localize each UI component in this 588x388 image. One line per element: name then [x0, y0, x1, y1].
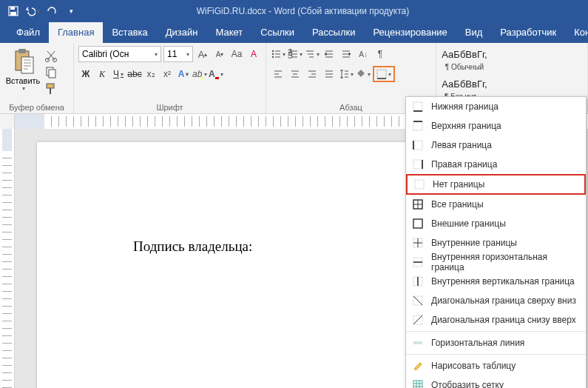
- menu-item-b-inh[interactable]: Внутренняя горизонтальная граница: [406, 252, 586, 272]
- align-center-icon[interactable]: [288, 67, 303, 81]
- tab-insert[interactable]: Вставка: [103, 22, 156, 43]
- menu-item-label: Все границы: [431, 199, 484, 210]
- menu-item-b-bottom[interactable]: Нижняя граница: [406, 97, 586, 116]
- line-spacing-icon[interactable]: ▾: [339, 67, 354, 81]
- svg-rect-32: [413, 341, 422, 344]
- menu-item-label: Внешние границы: [431, 218, 506, 229]
- highlight-icon[interactable]: ab▾: [192, 67, 207, 81]
- menu-item-hr[interactable]: Горизонтальная линия: [406, 333, 586, 352]
- svg-rect-19: [413, 121, 422, 130]
- menu-item-b-top[interactable]: Верхняя граница: [406, 116, 586, 136]
- menu-item-b-none[interactable]: Нет границы: [406, 174, 586, 195]
- menu-item-label: Нижняя граница: [431, 101, 499, 112]
- paste-button[interactable]: Вставить ▾: [4, 45, 41, 96]
- superscript-button[interactable]: x²: [160, 67, 175, 81]
- font-group: Calibri (Осн▾ 11▾ A▴ A▾ Aa A Ж К Ч▾ abc …: [74, 43, 266, 113]
- subscript-button[interactable]: x₂: [143, 67, 158, 81]
- tab-more[interactable]: Кон: [565, 22, 588, 43]
- sort-icon[interactable]: A↓: [356, 47, 371, 61]
- shrink-font-icon[interactable]: A▾: [212, 47, 227, 61]
- tab-view[interactable]: Вид: [456, 22, 492, 43]
- borders-button[interactable]: ▾: [373, 66, 395, 82]
- strike-button[interactable]: abc: [127, 67, 142, 81]
- tab-mailings[interactable]: Рассылки: [303, 22, 364, 43]
- tab-file[interactable]: Файл: [7, 22, 49, 43]
- tab-developer[interactable]: Разработчик: [491, 22, 565, 43]
- svg-rect-9: [49, 70, 55, 78]
- menu-item-b-out[interactable]: Внешние границы: [406, 214, 586, 233]
- svg-point-11: [272, 50, 274, 52]
- undo-icon[interactable]: ▾: [24, 2, 41, 20]
- menu-item-label: Нарисовать таблицу: [431, 361, 516, 371]
- tab-references[interactable]: Ссылки: [251, 22, 303, 43]
- text-effects-icon[interactable]: A▾: [176, 67, 191, 81]
- italic-button[interactable]: К: [95, 67, 109, 81]
- tab-layout[interactable]: Макет: [206, 22, 251, 43]
- svg-rect-10: [47, 84, 54, 88]
- align-right-icon[interactable]: [305, 67, 320, 81]
- ribbon-tabs: Файл Главная Вставка Дизайн Макет Ссылки…: [0, 22, 588, 43]
- vertical-ruler[interactable]: [0, 129, 15, 388]
- tab-design[interactable]: Дизайн: [157, 22, 207, 43]
- menu-item-b-inv[interactable]: Внутренняя вертикальная граница: [406, 272, 586, 291]
- menu-item-b-all[interactable]: Все границы: [406, 195, 586, 214]
- multilevel-icon[interactable]: ▾: [305, 47, 320, 61]
- qat-customize-icon[interactable]: ▾: [62, 2, 80, 20]
- svg-point-13: [272, 56, 274, 58]
- menu-item-label: Внутренняя вертикальная граница: [431, 276, 575, 287]
- font-color-icon[interactable]: A▾: [209, 67, 223, 81]
- save-icon[interactable]: [4, 2, 22, 20]
- svg-text:3: 3: [288, 50, 293, 59]
- justify-icon[interactable]: [322, 67, 337, 81]
- svg-rect-21: [413, 160, 422, 169]
- menu-item-label: Нет границы: [433, 179, 484, 190]
- grow-font-icon[interactable]: A▴: [195, 47, 210, 61]
- style-normal[interactable]: АаБбВвГг,¶ Обычный: [442, 47, 487, 73]
- underline-button[interactable]: Ч▾: [111, 67, 126, 81]
- copy-icon[interactable]: [44, 66, 58, 79]
- menu-item-b-in[interactable]: Внутренние границы: [406, 233, 586, 252]
- menu-item-b-diag2[interactable]: Диагональная граница снизу вверх: [406, 310, 586, 330]
- quick-access-toolbar: ▾ ▾: [0, 2, 84, 20]
- menu-item-label: Горизонтальная линия: [431, 338, 524, 348]
- menu-item-label: Диагональная граница сверху вниз: [431, 295, 576, 306]
- menu-item-b-right[interactable]: Правая граница: [406, 155, 586, 174]
- svg-rect-26: [413, 219, 422, 228]
- tab-review[interactable]: Рецензирование: [364, 22, 456, 43]
- title-bar: ▾ ▾ WiFiGiD.RU.docx - Word (Сбой активац…: [0, 0, 588, 22]
- menu-item-label: Правая граница: [431, 159, 497, 170]
- svg-rect-17: [377, 70, 386, 78]
- format-painter-icon[interactable]: [44, 82, 58, 96]
- show-marks-icon[interactable]: ¶: [373, 47, 388, 61]
- menu-item-label: Верхняя граница: [431, 121, 501, 131]
- svg-rect-25: [413, 219, 422, 228]
- indent-decrease-icon[interactable]: [322, 47, 337, 61]
- shading-icon[interactable]: ▾: [356, 67, 371, 81]
- bold-button[interactable]: Ж: [78, 67, 93, 81]
- window-title: WiFiGiD.RU.docx - Word (Сбой активации п…: [84, 6, 521, 16]
- svg-point-12: [272, 53, 274, 55]
- clear-format-icon[interactable]: A: [246, 47, 261, 61]
- svg-rect-4: [18, 49, 26, 53]
- font-size-select[interactable]: 11▾: [163, 46, 193, 62]
- redo-icon[interactable]: [43, 2, 61, 20]
- svg-rect-22: [415, 180, 424, 189]
- menu-item-b-diag1[interactable]: Диагональная граница сверху вниз: [406, 291, 586, 310]
- change-case-icon[interactable]: Aa: [229, 47, 244, 61]
- menu-item-label: Внутренние границы: [431, 238, 517, 248]
- menu-item-label: Отобразить сетку: [431, 380, 504, 388]
- bullets-icon[interactable]: ▾: [271, 47, 285, 61]
- cut-icon[interactable]: [44, 50, 58, 63]
- align-left-icon[interactable]: [271, 67, 285, 81]
- menu-item-grid[interactable]: Отобразить сетку: [406, 375, 586, 388]
- tab-home[interactable]: Главная: [49, 22, 103, 43]
- svg-rect-18: [413, 102, 422, 111]
- menu-item-draw[interactable]: Нарисовать таблицу: [406, 356, 586, 375]
- menu-item-label: Внутренняя горизонтальная граница: [431, 252, 580, 272]
- numbering-icon[interactable]: 123▾: [288, 47, 303, 61]
- indent-increase-icon[interactable]: [339, 47, 354, 61]
- svg-rect-5: [21, 57, 33, 73]
- menu-item-label: Диагональная граница снизу вверх: [431, 315, 576, 325]
- menu-item-b-left[interactable]: Левая граница: [406, 136, 586, 155]
- font-name-select[interactable]: Calibri (Осн▾: [78, 46, 161, 62]
